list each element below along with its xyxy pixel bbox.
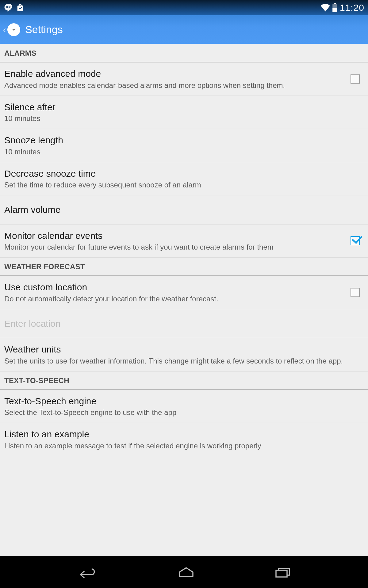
row-title: Snooze length [4,134,358,146]
row-title: Silence after [4,101,358,113]
back-icon[interactable]: ‹ [3,24,7,35]
row-subtitle: Set the time to reduce every subsequent … [4,180,358,190]
row-enter-location: Enter location [0,309,368,338]
nav-home-icon[interactable] [178,566,195,578]
row-title: Text-to-Speech engine [4,395,358,407]
row-subtitle: Set the units to use for weather informa… [4,356,358,366]
row-subtitle: Monitor your calendar for future events … [4,243,340,252]
svg-rect-2 [334,3,336,4]
row-title: Decrease snooze time [4,168,358,179]
hangouts-icon [4,3,13,12]
row-subtitle: Do not automatically detect your locatio… [4,294,340,303]
system-nav-bar [0,556,368,588]
checkbox-custom-location[interactable] [351,288,360,297]
row-title: Enable advanced mode [4,68,340,80]
row-subtitle: Advanced mode enables calendar-based ala… [4,81,340,90]
row-title: Alarm volume [4,204,358,216]
row-snooze-length[interactable]: Snooze length 10 minutes [0,129,368,162]
row-subtitle: Listen to an example message to test if … [4,441,358,450]
wifi-icon [321,4,330,12]
row-title: Listen to an example [4,428,358,440]
section-header-tts: TEXT-TO-SPEECH [0,371,368,390]
row-listen-example[interactable]: Listen to an example Listen to an exampl… [0,423,368,456]
row-weather-units[interactable]: Weather units Set the units to use for w… [0,338,368,371]
svg-rect-1 [332,8,337,12]
row-alarm-volume[interactable]: Alarm volume [0,195,368,224]
nav-recent-icon[interactable] [274,566,291,578]
row-subtitle: 10 minutes [4,114,358,123]
row-monitor-calendar-events[interactable]: Monitor calendar events Monitor your cal… [0,224,368,258]
row-tts-engine[interactable]: Text-to-Speech engine Select the Text-to… [0,390,368,423]
row-enable-advanced-mode[interactable]: Enable advanced mode Advanced mode enabl… [0,62,368,96]
app-bar: ‹ Settings [0,15,368,44]
row-title: Monitor calendar events [4,230,340,242]
row-subtitle: Select the Text-to-Speech engine to use … [4,408,358,417]
row-subtitle: 10 minutes [4,147,358,156]
row-silence-after[interactable]: Silence after 10 minutes [0,96,368,129]
shopping-bag-check-icon [16,3,25,12]
status-bar: 11:20 [0,0,368,15]
checkbox-enable-advanced-mode[interactable] [351,74,360,84]
row-decrease-snooze-time[interactable]: Decrease snooze time Set the time to red… [0,162,368,196]
page-title: Settings [25,24,63,36]
status-time: 11:20 [340,2,364,13]
svg-rect-3 [276,570,287,577]
row-title: Weather units [4,344,358,355]
settings-list: ALARMS Enable advanced mode Advanced mod… [0,44,368,556]
nav-back-icon[interactable] [77,566,98,578]
row-title: Enter location [4,318,358,330]
section-header-alarms: ALARMS [0,44,368,62]
row-title: Use custom location [4,281,340,293]
row-use-custom-location[interactable]: Use custom location Do not automatically… [0,276,368,309]
battery-icon [332,3,337,12]
section-header-weather: WEATHER FORECAST [0,258,368,276]
checkbox-monitor-calendar[interactable] [351,236,360,245]
app-icon[interactable] [7,23,20,36]
